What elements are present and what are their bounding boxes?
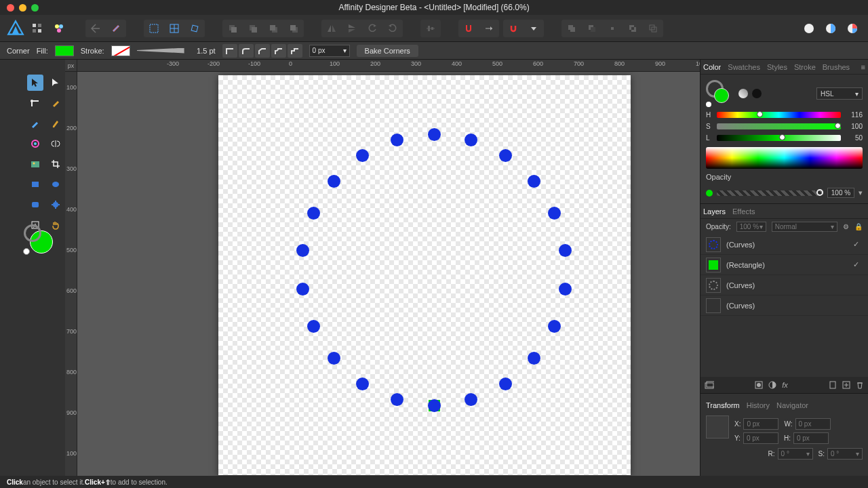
transform-w-field[interactable]: 0 px <box>795 418 831 430</box>
tab-brushes[interactable]: Brushes <box>823 63 850 71</box>
curve-dot[interactable] <box>559 283 572 296</box>
noframe-icon[interactable] <box>752 89 762 98</box>
tab-effects[interactable]: Effects <box>732 207 755 216</box>
pencil-tool-icon[interactable] <box>27 115 43 131</box>
curve-dot[interactable] <box>499 149 512 162</box>
curve-dot[interactable] <box>499 378 512 390</box>
bool-subtract-icon[interactable] <box>582 20 602 37</box>
curve-dot[interactable] <box>391 134 403 146</box>
fill-swatch[interactable] <box>55 45 74 56</box>
snap-grid-icon[interactable] <box>144 20 164 37</box>
tab-swatches[interactable]: Swatches <box>728 63 760 71</box>
snapping-magnet-icon[interactable] <box>503 20 524 37</box>
tab-navigator[interactable]: Navigator <box>776 401 808 409</box>
curve-dot[interactable] <box>548 320 561 333</box>
layer-item[interactable]: (Curves) <box>701 296 868 316</box>
horizontal-ruler[interactable]: -300-200-1000100200300400500600700800900… <box>77 60 700 72</box>
curve-dot[interactable] <box>559 244 572 257</box>
vertical-ruler[interactable]: 1002003004005006007008009001000 <box>65 72 77 476</box>
order-front-icon[interactable] <box>222 20 243 37</box>
flip-h-icon[interactable] <box>321 20 342 37</box>
curve-dot[interactable] <box>465 134 477 146</box>
corner-none-icon[interactable] <box>222 44 237 58</box>
brush-tool-icon[interactable] <box>47 115 64 131</box>
tab-color[interactable]: Color <box>703 63 721 71</box>
fx-icon[interactable]: fx <box>782 381 788 389</box>
mask-icon[interactable] <box>755 381 763 389</box>
layer-item[interactable]: (Curves) <box>701 275 868 296</box>
rotate-ccw-icon[interactable] <box>362 20 382 37</box>
order-forward-icon[interactable] <box>243 20 263 37</box>
rounded-rect-tool-icon[interactable] <box>27 197 43 213</box>
anchor-selector[interactable] <box>706 415 729 439</box>
tab-layers[interactable]: Layers <box>703 207 726 216</box>
curve-dot[interactable] <box>391 393 403 406</box>
bool-add-icon[interactable] <box>561 20 582 37</box>
align-button[interactable] <box>420 20 441 37</box>
blend-circle-white-icon[interactable] <box>800 20 818 37</box>
corner-round-icon[interactable] <box>239 44 254 58</box>
opacity-value[interactable]: 100 % <box>827 188 854 198</box>
layer-opacity-select[interactable]: 100 %▾ <box>736 222 766 232</box>
transform-r-field[interactable]: 0 °▾ <box>778 448 813 460</box>
hue-slider[interactable] <box>717 112 841 118</box>
corner-cutout-icon[interactable] <box>288 44 302 58</box>
bool-divide-icon[interactable] <box>643 20 663 37</box>
default-view-button[interactable] <box>106 20 126 37</box>
cog-tool-icon[interactable] <box>47 197 64 213</box>
eyedropper-icon[interactable] <box>738 89 748 98</box>
corner-straight-icon[interactable] <box>255 44 270 58</box>
panel-menu-icon[interactable]: ≡ <box>861 63 865 71</box>
curve-dot[interactable] <box>356 149 369 162</box>
light-slider[interactable] <box>717 135 841 141</box>
place-image-tool-icon[interactable] <box>27 156 43 172</box>
curve-dot[interactable] <box>296 283 309 296</box>
snap-rotate-icon[interactable] <box>184 20 205 37</box>
curve-dot[interactable] <box>356 378 369 390</box>
tab-stroke[interactable]: Stroke <box>794 63 816 71</box>
layers-group-icon[interactable] <box>705 381 714 389</box>
flip-v-icon[interactable] <box>342 20 362 37</box>
curve-dot[interactable] <box>528 175 540 188</box>
back-button[interactable] <box>85 20 106 37</box>
node-tool-icon[interactable] <box>47 75 64 91</box>
bool-xor-icon[interactable] <box>623 20 643 37</box>
corner-concave-icon[interactable] <box>271 44 286 58</box>
snap-axis-icon[interactable] <box>479 20 499 37</box>
opacity-slider[interactable] <box>717 190 823 196</box>
snapping-dropdown-icon[interactable] <box>524 20 544 37</box>
color-preview[interactable] <box>706 80 733 107</box>
curve-dot[interactable] <box>528 352 540 365</box>
tab-history[interactable]: History <box>747 401 770 409</box>
rotate-cw-icon[interactable] <box>382 20 403 37</box>
persona-pixel-icon[interactable] <box>50 20 68 37</box>
sat-slider[interactable] <box>717 123 841 129</box>
transform-y-field[interactable]: 0 px <box>743 432 778 444</box>
order-backward-icon[interactable] <box>263 20 283 37</box>
adjustment-icon[interactable] <box>768 381 776 389</box>
transform-s-field[interactable]: 0 °▾ <box>827 448 863 460</box>
clipboard-icon[interactable] <box>829 381 837 389</box>
delete-layer-icon[interactable] <box>856 381 864 389</box>
curve-dot[interactable] <box>428 128 441 141</box>
chevron-down-icon[interactable]: ▾ <box>859 188 863 197</box>
curve-dot[interactable] <box>307 320 320 333</box>
ellipse-tool-icon[interactable] <box>47 176 64 192</box>
crop-tool-icon[interactable] <box>47 156 64 172</box>
add-layer-icon[interactable] <box>842 381 850 389</box>
transparency-tool-icon[interactable] <box>47 136 64 152</box>
tab-styles[interactable]: Styles <box>767 63 787 71</box>
curve-dot[interactable] <box>328 175 340 188</box>
layer-lock-icon[interactable]: 🔒 <box>854 223 863 230</box>
stroke-width-slider[interactable]: 1.5 pt <box>137 47 216 55</box>
curve-dot[interactable] <box>307 207 320 220</box>
blend-circle-half-icon[interactable] <box>822 20 840 37</box>
snap-bounds-icon[interactable] <box>164 20 184 37</box>
curve-dot[interactable] <box>548 207 561 220</box>
bool-intersect-icon[interactable] <box>602 20 623 37</box>
curve-dot[interactable] <box>465 393 477 406</box>
corner-tool-icon[interactable] <box>27 95 43 111</box>
color-spectrum[interactable] <box>706 147 863 169</box>
fill-tool-icon[interactable] <box>27 136 43 152</box>
layer-settings-icon[interactable]: ⚙ <box>843 223 849 230</box>
